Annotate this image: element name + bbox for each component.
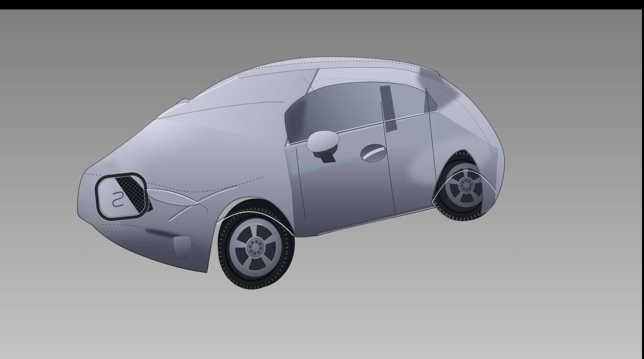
3d-viewport[interactable] (0, 0, 644, 359)
top-black-bar (0, 0, 644, 9)
right-black-strip (642, 0, 644, 359)
app-screen (0, 0, 644, 359)
front-grille (93, 170, 154, 223)
